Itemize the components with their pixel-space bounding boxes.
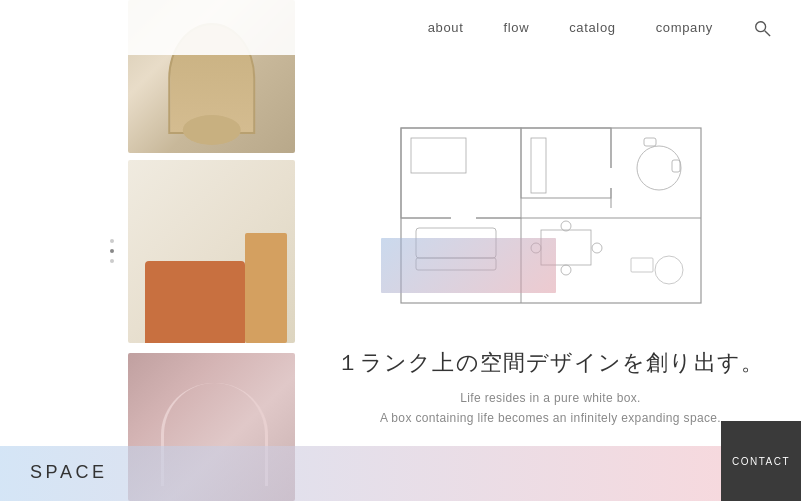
- svg-rect-14: [672, 160, 680, 172]
- svg-point-19: [561, 265, 571, 275]
- svg-rect-10: [411, 138, 466, 173]
- svg-point-0: [756, 21, 766, 31]
- svg-point-12: [637, 146, 681, 190]
- svg-rect-11: [531, 138, 546, 193]
- svg-rect-13: [644, 138, 656, 146]
- nav-about[interactable]: about: [428, 20, 464, 35]
- svg-rect-23: [631, 258, 653, 272]
- subline-2: A box containing life becomes an infinit…: [330, 408, 771, 428]
- search-icon[interactable]: [753, 19, 771, 37]
- gallery-image-2: [128, 160, 295, 343]
- navigation: about flow catalog company: [0, 0, 801, 55]
- hero-text: １ランク上の空間デザインを創り出す。 Life resides in a pur…: [330, 348, 771, 429]
- scroll-dot-2: [110, 249, 114, 253]
- logo: SPACE: [30, 462, 108, 483]
- bottom-gradient-bar: [0, 446, 721, 501]
- subline-1: Life resides in a pure white box.: [330, 388, 771, 408]
- image-gallery: [0, 0, 300, 501]
- svg-rect-4: [521, 128, 611, 198]
- nav-company[interactable]: company: [656, 20, 713, 35]
- color-overlay: [381, 238, 556, 293]
- svg-point-22: [655, 256, 683, 284]
- headline: １ランク上の空間デザインを創り出す。: [330, 348, 771, 378]
- scroll-indicator: [110, 239, 114, 263]
- contact-button[interactable]: CONTACT: [721, 421, 801, 501]
- svg-line-1: [765, 30, 770, 35]
- nav-catalog[interactable]: catalog: [569, 20, 615, 35]
- svg-point-18: [561, 221, 571, 231]
- scroll-dot-1: [110, 239, 114, 243]
- scroll-dot-3: [110, 259, 114, 263]
- floor-plan: [391, 113, 711, 323]
- contact-label: CONTACT: [732, 456, 790, 467]
- nav-flow[interactable]: flow: [503, 20, 529, 35]
- svg-point-21: [592, 243, 602, 253]
- nav-links: about flow catalog company: [428, 19, 771, 37]
